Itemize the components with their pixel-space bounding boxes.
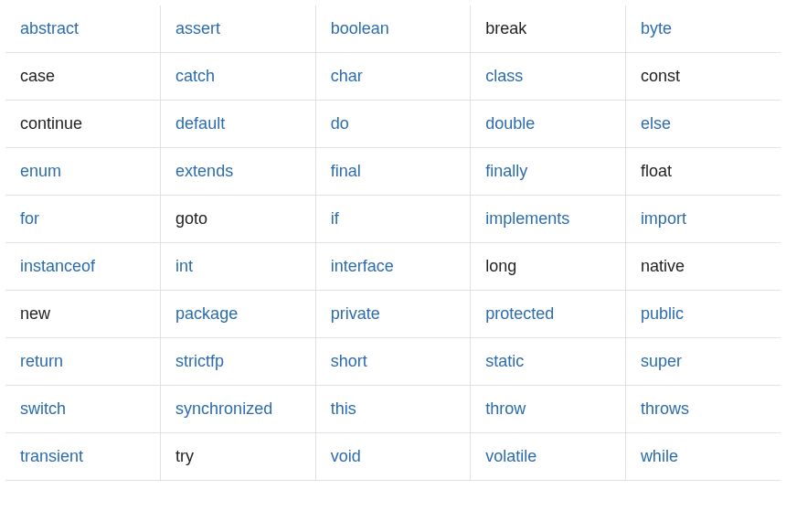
keyword-cell-this[interactable]: this [315,386,471,433]
keyword-link-transient[interactable]: transient [20,447,83,465]
keyword-cell-volatile[interactable]: volatile [471,433,626,481]
keyword-cell-continue: continue [5,101,161,148]
keyword-cell-super[interactable]: super [625,338,781,386]
keyword-cell-throws[interactable]: throws [625,386,781,433]
keyword-link-package[interactable]: package [175,304,238,323]
keyword-link-void[interactable]: void [331,447,361,465]
keyword-text-new: new [20,304,50,323]
keyword-link-boolean[interactable]: boolean [331,19,389,37]
keyword-cell-protected[interactable]: protected [471,291,626,338]
keyword-link-interface[interactable]: interface [331,257,394,275]
keyword-cell-byte[interactable]: byte [625,5,781,53]
keyword-cell-throw[interactable]: throw [471,386,626,433]
keyword-cell-transient[interactable]: transient [5,433,161,481]
table-row: continuedefaultdodoubleelse [5,101,781,148]
keyword-cell-return[interactable]: return [5,338,161,386]
keyword-text-break: break [485,19,526,37]
keyword-cell-while[interactable]: while [625,433,781,481]
keyword-cell-public[interactable]: public [625,291,781,338]
keyword-cell-private[interactable]: private [315,291,471,338]
keyword-cell-synchronized[interactable]: synchronized [161,386,316,433]
keyword-link-final[interactable]: final [331,162,361,180]
keyword-cell-double[interactable]: double [471,101,626,148]
keyword-cell-else[interactable]: else [625,101,781,148]
keyword-link-this[interactable]: this [331,399,356,418]
keyword-cell-do[interactable]: do [315,101,471,148]
keyword-cell-assert[interactable]: assert [161,5,316,53]
keyword-cell-float: float [625,148,781,196]
keyword-cell-for[interactable]: for [5,196,161,243]
keyword-link-default[interactable]: default [175,114,225,133]
keyword-link-byte[interactable]: byte [641,19,672,37]
keyword-link-return[interactable]: return [20,352,63,370]
keyword-link-static[interactable]: static [485,352,524,370]
keyword-cell-finally[interactable]: finally [471,148,626,196]
keyword-cell-case: case [5,53,161,101]
keyword-link-implements[interactable]: implements [485,209,569,228]
keywords-tbody: abstractassertbooleanbreakbytecasecatchc… [5,5,781,481]
keyword-cell-interface[interactable]: interface [315,243,471,291]
keyword-cell-final[interactable]: final [315,148,471,196]
keyword-text-try: try [175,447,194,465]
keyword-cell-void[interactable]: void [315,433,471,481]
keyword-text-case: case [20,67,55,85]
keyword-link-enum[interactable]: enum [20,162,61,180]
keyword-text-long: long [485,257,516,275]
keyword-cell-package[interactable]: package [161,291,316,338]
keyword-cell-int[interactable]: int [161,243,316,291]
keyword-cell-goto: goto [161,196,316,243]
keyword-link-public[interactable]: public [641,304,684,323]
keyword-link-double[interactable]: double [485,114,535,133]
keyword-link-abstract[interactable]: abstract [20,19,79,37]
table-row: abstractassertbooleanbreakbyte [5,5,781,53]
keyword-link-private[interactable]: private [331,304,380,323]
keyword-cell-const: const [625,53,781,101]
keyword-cell-new: new [5,291,161,338]
keyword-cell-short[interactable]: short [315,338,471,386]
table-row: enumextendsfinalfinallyfloat [5,148,781,196]
keyword-cell-if[interactable]: if [315,196,471,243]
keyword-cell-long: long [471,243,626,291]
keyword-link-while[interactable]: while [641,447,678,465]
table-row: transienttryvoidvolatilewhile [5,433,781,481]
keyword-cell-enum[interactable]: enum [5,148,161,196]
keyword-link-char[interactable]: char [331,67,363,85]
keyword-link-extends[interactable]: extends [175,162,233,180]
keyword-link-catch[interactable]: catch [175,67,215,85]
keyword-link-super[interactable]: super [641,352,682,370]
keyword-cell-switch[interactable]: switch [5,386,161,433]
keyword-link-class[interactable]: class [485,67,523,85]
keyword-cell-extends[interactable]: extends [161,148,316,196]
keyword-link-if[interactable]: if [331,209,339,228]
keyword-cell-static[interactable]: static [471,338,626,386]
keyword-cell-abstract[interactable]: abstract [5,5,161,53]
keyword-link-for[interactable]: for [20,209,39,228]
table-row: returnstrictfpshortstaticsuper [5,338,781,386]
keyword-cell-boolean[interactable]: boolean [315,5,471,53]
keyword-text-float: float [641,162,672,180]
keyword-link-import[interactable]: import [641,209,686,228]
keyword-cell-implements[interactable]: implements [471,196,626,243]
keyword-link-throws[interactable]: throws [641,399,689,418]
keywords-table: abstractassertbooleanbreakbytecasecatchc… [5,5,781,481]
keyword-cell-default[interactable]: default [161,101,316,148]
keyword-cell-char[interactable]: char [315,53,471,101]
keyword-cell-catch[interactable]: catch [161,53,316,101]
keyword-link-else[interactable]: else [641,114,671,133]
keyword-link-assert[interactable]: assert [175,19,220,37]
keyword-link-throw[interactable]: throw [485,399,526,418]
keyword-cell-instanceof[interactable]: instanceof [5,243,161,291]
keyword-link-do[interactable]: do [331,114,349,133]
keyword-link-protected[interactable]: protected [485,304,554,323]
keyword-cell-strictfp[interactable]: strictfp [161,338,316,386]
keyword-cell-class[interactable]: class [471,53,626,101]
keyword-link-finally[interactable]: finally [485,162,527,180]
keyword-link-strictfp[interactable]: strictfp [175,352,224,370]
keyword-link-volatile[interactable]: volatile [485,447,536,465]
keyword-link-synchronized[interactable]: synchronized [175,399,272,418]
keyword-link-instanceof[interactable]: instanceof [20,257,95,275]
keyword-link-short[interactable]: short [331,352,367,370]
keyword-link-int[interactable]: int [175,257,193,275]
keyword-cell-import[interactable]: import [625,196,781,243]
keyword-link-switch[interactable]: switch [20,399,66,418]
